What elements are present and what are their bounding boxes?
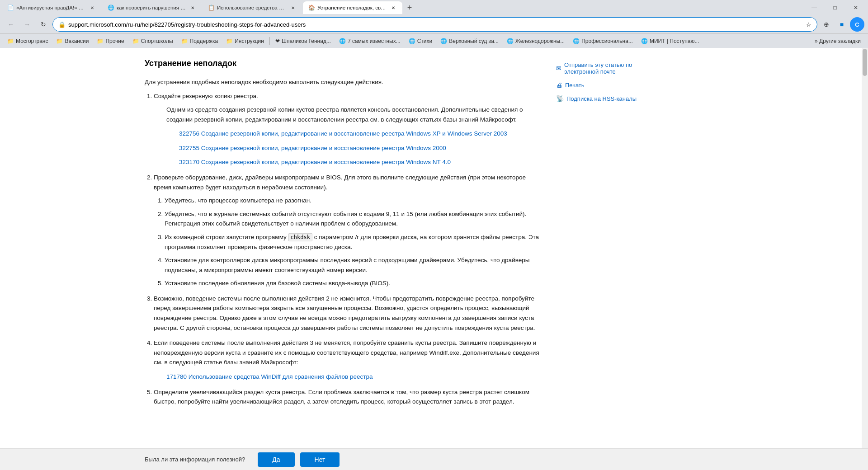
bookmark-icon: 📁	[181, 38, 188, 44]
article-title: Устранение неполадок	[145, 57, 542, 70]
step-1: Создайте резервную копию реестра. Одним …	[154, 91, 542, 167]
tab-4-close[interactable]: ✕	[390, 4, 397, 11]
bookmark-favicon: 🌐	[641, 38, 648, 44]
back-button[interactable]: ←	[4, 17, 18, 32]
browser-chrome: 📄 «Антивирусная правДА!» — К... ✕ 🌐 как …	[0, 0, 868, 48]
kb-link-323170: 323170 Создание резервной копии, редакти…	[179, 157, 542, 167]
yes-button[interactable]: Да	[258, 452, 294, 455]
new-tab-button[interactable]: +	[403, 1, 416, 14]
step-2-sub-list: Убедитесь, что процессор компьютера не р…	[154, 196, 542, 288]
bookmark-mosgorttrans[interactable]: 📁 Мосгортранс	[4, 36, 52, 47]
step-2-5: Установите последние обновления для базо…	[165, 278, 542, 288]
bookmark-prochie[interactable]: 📁 Прочие	[93, 36, 127, 47]
tab-1[interactable]: 📄 «Антивирусная правДА!» — К... ✕	[2, 1, 101, 14]
kb-link-171780: 171780 Использование средства WinDiff дл…	[166, 372, 542, 382]
bookmark-instruktsii[interactable]: 📁 Инструкции	[222, 36, 268, 47]
print-action-label: Печать	[565, 82, 585, 89]
step-2-2: Убедитесь, что в журнале системных событ…	[165, 209, 542, 229]
bookmark-icon: 📁	[7, 38, 14, 44]
bookmark-shpalikov[interactable]: ❤ Шпаликов Геннад...	[272, 36, 335, 47]
tab-4[interactable]: 🏠 Устранение неполадок, связан... ✕	[303, 1, 402, 14]
tab-1-label: «Антивирусная правДА!» — К...	[16, 5, 86, 10]
step-4: Если поведение системы после выполнения …	[154, 338, 542, 381]
bookmarks-more-label: » Другие закладки	[815, 38, 861, 44]
bookmark-icon: 📁	[226, 38, 233, 44]
bookmark-miit[interactable]: 🌐 МИИТ | Поступаю...	[637, 36, 703, 47]
address-text: support.microsoft.com/ru-ru/help/822705/…	[68, 21, 803, 28]
bookmark-verkhovnyy-sud[interactable]: 🌐 Верховный суд за...	[437, 36, 502, 47]
tab-2-label: как проверить нарушения в за...	[117, 5, 186, 10]
main-article: Устранение неполадок Для устранения подо…	[145, 57, 542, 446]
email-action[interactable]: ✉ Отправить эту статью по электронной по…	[556, 61, 642, 75]
address-bar[interactable]: 🔒 support.microsoft.com/ru-ru/help/82270…	[52, 17, 817, 32]
bookmark-vakansii[interactable]: 📁 Вакансии	[52, 36, 92, 47]
step-2: Проверьте оборудование, диск, драйверы м…	[154, 173, 542, 288]
maximize-button[interactable]: □	[825, 0, 845, 15]
kb-link-322755: 322755 Создание резервной копии, редакти…	[179, 143, 542, 153]
tab-3-close[interactable]: ✕	[289, 4, 297, 11]
tab-3[interactable]: 📋 Использование средства пров... ✕	[203, 1, 302, 14]
tab-1-close[interactable]: ✕	[89, 4, 96, 11]
nav-bar: ← → ↻ 🔒 support.microsoft.com/ru-ru/help…	[0, 15, 868, 33]
tab-3-favicon: 📋	[208, 5, 214, 11]
bookmark-icon: 📁	[132, 38, 139, 44]
step-2-text: Проверьте оборудование, диск, драйверы м…	[154, 174, 526, 191]
kb-link-323170-anchor[interactable]: 323170 Создание резервной копии, редакти…	[179, 159, 451, 165]
no-button[interactable]: Нет	[300, 452, 340, 455]
page-content: Устранение неполадок Для устранения подо…	[0, 48, 868, 455]
step-2-3: Из командной строки запустите программу …	[165, 232, 542, 252]
edge-icon[interactable]: ■	[835, 17, 849, 32]
profile-button[interactable]: C	[850, 17, 864, 32]
tab-2-favicon: 🌐	[108, 5, 114, 11]
tab-3-label: Использование средства пров...	[217, 5, 287, 10]
step-2-1: Убедитесь, что процессор компьютера не р…	[165, 196, 542, 206]
step-5: Определите увеличивающийся раздел куста …	[154, 387, 542, 407]
print-action[interactable]: 🖨 Печать	[556, 81, 642, 89]
extensions-button[interactable]: ⊕	[819, 17, 834, 32]
bookmarks-more-button[interactable]: » Другие закладки	[811, 36, 864, 47]
step-1-text: Создайте резервную копию реестра.	[154, 93, 258, 99]
bookmark-7samyh[interactable]: 🌐 7 самых известных...	[335, 36, 404, 47]
bookmark-favicon: 🌐	[339, 38, 346, 44]
step-2-4: Установите для контроллеров диска микроп…	[165, 255, 542, 275]
bookmark-zheleznodorozhnye[interactable]: 🌐 Железнодорожны...	[503, 36, 568, 47]
print-icon: 🖨	[556, 81, 562, 89]
bookmark-podderzhka[interactable]: 📁 Поддержка	[178, 36, 222, 47]
scrollbar-thumb[interactable]	[863, 49, 867, 76]
forward-button[interactable]: →	[20, 17, 34, 32]
star-icon[interactable]: ☆	[806, 21, 811, 28]
article-intro: Для устранения подобных неполадок необхо…	[145, 77, 542, 87]
close-button[interactable]: ✕	[845, 0, 866, 15]
step-1-subtext: Одним из средств создания резервной копи…	[166, 105, 542, 124]
bookmark-stihi[interactable]: 🌐 Стихи	[405, 36, 436, 47]
email-icon: ✉	[556, 65, 561, 72]
scrollbar-track[interactable]	[862, 48, 868, 455]
bookmark-professionalna[interactable]: 🌐 Профессиональна...	[569, 36, 637, 47]
refresh-button[interactable]: ↻	[36, 17, 51, 32]
nav-right-icons: ⊕ ■ C	[819, 17, 864, 32]
step-1-indent: Одним из средств создания резервной копи…	[166, 105, 542, 167]
kb-link-322756: 322756 Создание резервной копии, редакти…	[179, 129, 542, 139]
main-steps-list: Создайте резервную копию реестра. Одним …	[145, 91, 542, 406]
rss-action[interactable]: 📡 Подписка на RSS-каналы	[556, 95, 642, 102]
bookmark-icon: 📁	[97, 38, 104, 44]
tab-2[interactable]: 🌐 как проверить нарушения в за... ✕	[102, 1, 202, 14]
window-controls: — □ ✕	[804, 0, 866, 15]
minimize-button[interactable]: —	[804, 0, 825, 15]
tab-4-label: Устранение неполадок, связан...	[317, 5, 387, 10]
bookmark-favicon: 🌐	[507, 38, 514, 44]
rss-action-label: Подписка на RSS-каналы	[566, 95, 637, 102]
kb-link-171780-anchor[interactable]: 171780 Использование средства WinDiff дл…	[166, 373, 373, 380]
kb-link-322756-anchor[interactable]: 322756 Создание резервной копии, редакти…	[179, 130, 507, 137]
bottom-bar: Была ли эта информация полезной? Да Нет	[0, 448, 868, 455]
bookmark-favicon: ❤	[275, 38, 280, 44]
tab-1-favicon: 📄	[7, 5, 14, 11]
bookmark-favicon: 🌐	[409, 38, 415, 44]
kb-link-322755-anchor[interactable]: 322755 Создание резервной копии, редакти…	[179, 145, 446, 151]
tab-2-close[interactable]: ✕	[189, 4, 196, 11]
bookmark-separator	[269, 37, 270, 45]
right-sidebar: ✉ Отправить эту статью по электронной по…	[542, 57, 642, 446]
bookmark-icon: 📁	[56, 38, 63, 44]
bookmark-sportshkoly[interactable]: 📁 Спортшколы	[129, 36, 177, 47]
bookmark-favicon: 🌐	[440, 38, 447, 44]
